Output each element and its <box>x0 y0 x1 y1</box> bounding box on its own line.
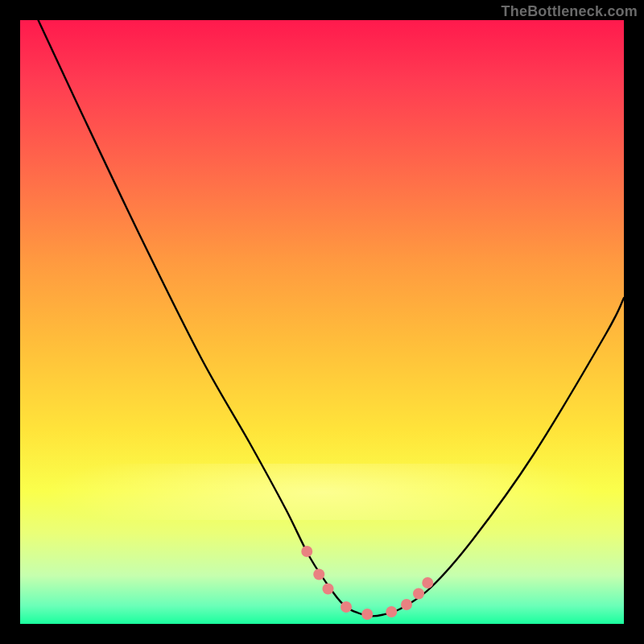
curve-marker <box>361 609 373 620</box>
curve-marker <box>323 584 334 595</box>
curve-marker <box>413 588 424 600</box>
curve-markers <box>301 546 433 620</box>
curve-marker <box>301 546 312 557</box>
curve-marker <box>313 569 324 580</box>
curve-marker <box>341 601 352 613</box>
curve-marker <box>386 606 397 617</box>
chart-frame: TheBottleneck.com <box>0 0 644 644</box>
attribution-text: TheBottleneck.com <box>502 3 638 20</box>
bottleneck-chart <box>20 20 624 624</box>
curve-marker <box>401 599 412 610</box>
curve-marker <box>422 577 433 588</box>
bottleneck-curve <box>39 20 625 616</box>
